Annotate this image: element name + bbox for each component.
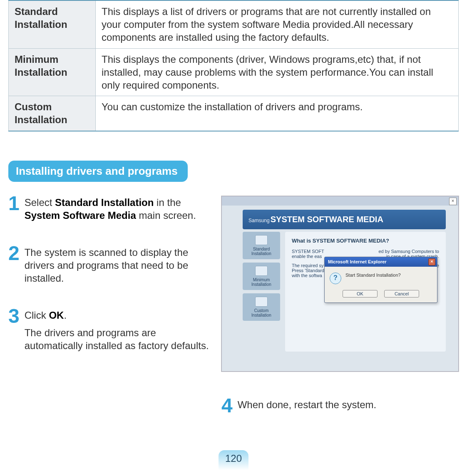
content-panel: What is SYSTEM SOFTWARE MEDIA? SYSTEM SO…: [285, 232, 446, 352]
list-icon: [255, 266, 268, 276]
text: Click: [25, 310, 49, 321]
content-heading: What is SYSTEM SOFTWARE MEDIA?: [292, 238, 439, 244]
step-number: 4: [221, 397, 233, 414]
question-icon: ?: [330, 273, 341, 284]
text: ed by Samsung Computers to: [378, 249, 439, 254]
app-banner: SamsungSYSTEM SOFTWARE MEDIA: [243, 210, 446, 229]
row-label: Minimum Installation: [9, 48, 96, 96]
text: .: [64, 310, 67, 321]
installation-types-table: Standard Installation This displays a li…: [8, 0, 459, 131]
section-heading: Installing drivers and programs: [8, 161, 188, 182]
sidebar-item-standard[interactable]: Standard Installation: [243, 232, 280, 259]
step-4: 4 When done, restart the system.: [221, 397, 459, 414]
dialog-title: Microsoft Internet Explorer: [328, 259, 387, 264]
bold-text: System Software Media: [25, 210, 136, 221]
confirm-dialog: Microsoft Internet Explorer × ? Start St…: [324, 257, 437, 303]
step-number: 1: [8, 194, 20, 222]
text: The required sy: [292, 263, 323, 268]
app-title: SYSTEM SOFTWARE MEDIA: [271, 215, 383, 224]
window-titlebar: ×: [222, 196, 458, 206]
sidebar-item-minimum[interactable]: Minimum Installation: [243, 263, 280, 290]
step-number: 3: [8, 307, 20, 352]
embedded-screenshot: × SamsungSYSTEM SOFTWARE MEDIA Standard …: [221, 196, 459, 372]
step-3: 3 Click OK. The drivers and programs are…: [8, 307, 209, 352]
text: The drivers and programs are automatical…: [25, 327, 209, 351]
close-icon[interactable]: ×: [428, 258, 435, 265]
close-icon[interactable]: ×: [449, 198, 457, 205]
row-desc: This displays the components (driver, Wi…: [96, 48, 459, 96]
sidebar-item-label: Minimum Installation: [251, 278, 271, 287]
dialog-titlebar: Microsoft Internet Explorer ×: [325, 257, 437, 267]
step-2: 2 The system is scanned to display the d…: [8, 244, 209, 285]
step-text: Click OK. The drivers and programs are a…: [25, 307, 209, 352]
step-text: Select Standard Installation in the Syst…: [25, 194, 209, 222]
row-label: Standard Installation: [9, 0, 96, 48]
step-1: 1 Select Standard Installation in the Sy…: [8, 194, 209, 222]
step-text: The system is scanned to display the dri…: [25, 244, 209, 285]
text: SYSTEM SOFT: [292, 249, 324, 254]
text: in the: [154, 197, 181, 208]
ok-button[interactable]: OK: [343, 290, 378, 298]
dialog-message: Start Standard Installation?: [345, 273, 401, 278]
sidebar-item-label: Custom Installation: [251, 308, 271, 317]
page-number: 120: [219, 450, 248, 470]
sidebar-item-label: Standard Installation: [251, 247, 271, 256]
step-text: When done, restart the system.: [238, 397, 376, 414]
row-desc: You can customize the installation of dr…: [96, 96, 459, 131]
step-number: 2: [8, 244, 20, 285]
table-row: Custom Installation You can customize th…: [9, 96, 459, 131]
sidebar-item-custom[interactable]: Custom Installation: [243, 293, 280, 321]
bold-text: Standard Installation: [55, 197, 154, 208]
table-row: Standard Installation This displays a li…: [9, 0, 459, 48]
brand-text: Samsung: [248, 218, 270, 223]
text: Select: [25, 197, 55, 208]
row-desc: This displays a list of drivers or progr…: [96, 0, 459, 48]
row-label: Custom Installation: [9, 96, 96, 131]
list-icon: [255, 235, 268, 245]
list-icon: [255, 297, 268, 307]
text: enable the eas: [292, 254, 322, 259]
table-row: Minimum Installation This displays the c…: [9, 48, 459, 96]
text: main screen.: [136, 210, 196, 221]
bold-text: OK: [49, 310, 64, 321]
sidebar: Standard Installation Minimum Installati…: [243, 232, 280, 352]
cancel-button[interactable]: Cancel: [384, 290, 419, 298]
